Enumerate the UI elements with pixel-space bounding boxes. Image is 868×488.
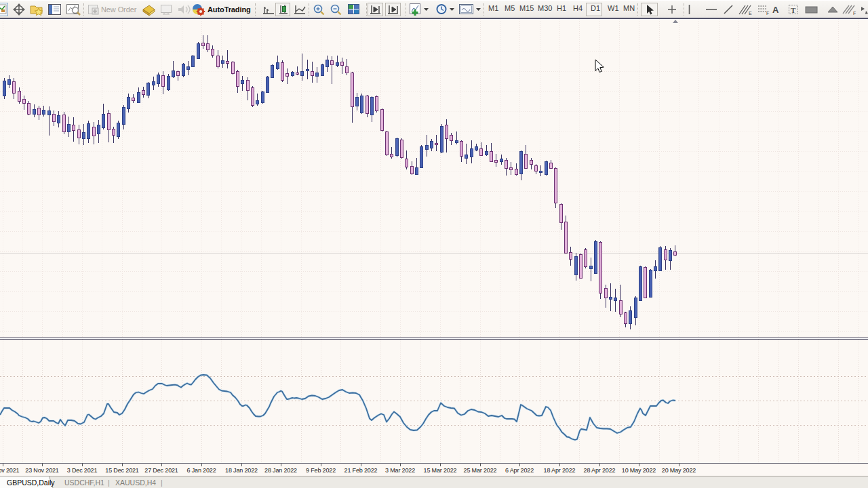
svg-text:T: T — [791, 6, 796, 14]
svg-text:E: E — [749, 11, 752, 16]
svg-text:A: A — [772, 5, 779, 15]
svg-text:F: F — [766, 11, 769, 16]
svg-text:F: F — [853, 11, 856, 16]
